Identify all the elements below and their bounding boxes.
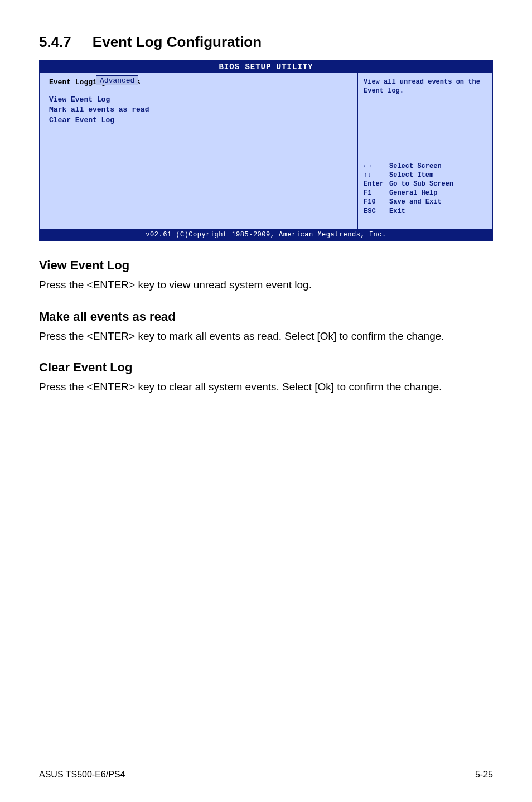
section-number: 5.4.7 xyxy=(39,33,71,50)
bios-key-hints: ←→Select Screen ↑↓Select Item EnterGo to… xyxy=(364,153,486,225)
key-f10: F10 xyxy=(364,197,389,206)
bios-titlebar: BIOS SETUP UTILITY xyxy=(40,61,492,73)
bios-right-panel: View all unread events on the Event log.… xyxy=(357,73,492,229)
bios-footer: v02.61 (C)Copyright 1985-2009, American … xyxy=(40,229,492,240)
key-arrows-ud-label: Select Item xyxy=(389,171,433,179)
key-arrows-ud: ↑↓ xyxy=(364,171,389,180)
sub-view-title: View Event Log xyxy=(39,258,493,273)
key-arrows-lr: ←→ xyxy=(364,162,389,171)
bios-help-text: View all unread events on the Event log. xyxy=(364,78,486,95)
bios-menu-clear: Clear Event Log xyxy=(49,115,348,125)
section-title: Event Log Configuration xyxy=(93,33,262,50)
section-heading: 5.4.7Event Log Configuration xyxy=(39,33,493,51)
key-enter: Enter xyxy=(364,180,389,189)
footer-page-number: 5-25 xyxy=(475,770,493,780)
page-footer: ASUS TS500-E6/PS4 5-25 xyxy=(39,764,493,780)
key-f10-label: Save and Exit xyxy=(389,198,442,206)
bios-divider xyxy=(49,90,348,90)
key-enter-label: Go to Sub Screen xyxy=(389,180,453,188)
key-f1-label: General Help xyxy=(389,189,437,197)
bios-screenshot: BIOS SETUP UTILITY Advanced Event Loggin… xyxy=(39,60,493,241)
key-arrows-lr-label: Select Screen xyxy=(389,162,442,170)
bios-tab-advanced: Advanced xyxy=(96,75,138,85)
footer-product: ASUS TS500-E6/PS4 xyxy=(39,770,125,780)
sub-clear-body: Press the <ENTER> key to clear all syste… xyxy=(39,379,493,395)
bios-left-panel: Event Logging details View Event Log Mar… xyxy=(40,73,357,229)
key-esc-label: Exit xyxy=(389,207,405,215)
key-f1: F1 xyxy=(364,189,389,197)
bios-menu-view: View Event Log xyxy=(49,95,348,105)
bios-panel-title: Event Logging details xyxy=(49,78,348,88)
sub-make-body: Press the <ENTER> key to mark all events… xyxy=(39,328,493,344)
sub-clear-title: Clear Event Log xyxy=(39,360,493,375)
sub-make-title: Make all events as read xyxy=(39,310,493,324)
bios-utility-title: BIOS SETUP UTILITY xyxy=(40,62,492,71)
key-esc: ESC xyxy=(364,207,389,216)
sub-view-body: Press the <ENTER> key to view unread sys… xyxy=(39,277,493,293)
bios-menu-mark: Mark all events as read xyxy=(49,105,348,115)
